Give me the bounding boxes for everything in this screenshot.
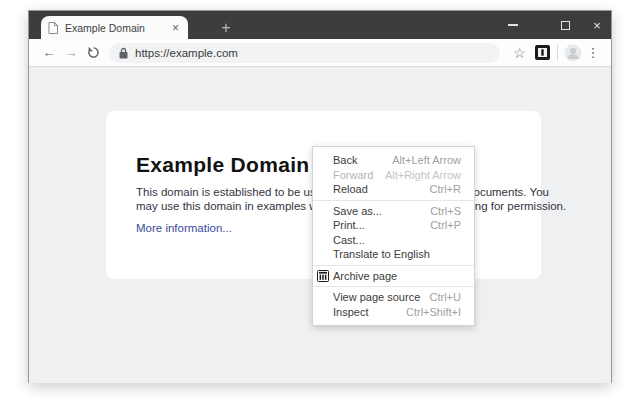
back-icon: ←	[43, 45, 56, 60]
menu-item-back[interactable]: Back Alt+Left Arrow	[313, 153, 474, 168]
maximize-icon	[561, 21, 570, 30]
page-favicon-icon	[48, 22, 58, 34]
browser-menu-button[interactable]: ⋮	[584, 41, 602, 65]
profile-button[interactable]	[561, 41, 584, 65]
menu-item-label: Archive page	[333, 270, 397, 282]
page-title: Example Domain	[136, 153, 309, 177]
lock-icon[interactable]	[119, 47, 128, 59]
address-bar[interactable]: https://example.com	[109, 43, 500, 63]
window-close-button[interactable]: ×	[585, 11, 609, 39]
menu-item-shortcut: Ctrl+U	[430, 291, 461, 303]
menu-item-label: Inspect	[333, 306, 368, 318]
menu-item-shortcut: Alt+Left Arrow	[392, 154, 461, 166]
reload-icon	[87, 46, 100, 59]
back-button[interactable]: ←	[38, 41, 60, 65]
menu-item-archive-page[interactable]: Archive page	[313, 269, 474, 284]
menu-item-shortcut: Ctrl+R	[430, 183, 461, 195]
reload-button[interactable]	[82, 41, 104, 65]
window-minimize-button[interactable]	[501, 11, 525, 39]
tab-title: Example Domain	[65, 22, 170, 34]
menu-item-translate[interactable]: Translate to English	[313, 247, 474, 262]
new-tab-button[interactable]: +	[213, 16, 239, 39]
archive-extension-icon	[535, 45, 550, 60]
title-bar: Example Domain × + ×	[29, 11, 611, 39]
context-menu: Back Alt+Left Arrow Forward Alt+Right Ar…	[312, 146, 475, 326]
menu-separator	[313, 286, 474, 287]
menu-item-shortcut: Alt+Right Arrow	[385, 169, 461, 181]
menu-item-shortcut: Ctrl+P	[430, 219, 461, 231]
menu-separator	[313, 265, 474, 266]
menu-item-label: View page source	[333, 291, 420, 303]
menu-item-label: Cast...	[333, 234, 365, 246]
minimize-icon	[508, 24, 518, 26]
menu-item-inspect[interactable]: Inspect Ctrl+Shift+I	[313, 305, 474, 320]
menu-item-cast[interactable]: Cast...	[313, 233, 474, 248]
menu-item-label: Reload	[333, 183, 368, 195]
menu-item-label: Back	[333, 154, 357, 166]
browser-toolbar: ← → https://example.com ☆	[29, 39, 611, 67]
menu-separator	[313, 200, 474, 201]
menu-item-reload[interactable]: Reload Ctrl+R	[313, 182, 474, 197]
menu-item-label: Forward	[333, 169, 373, 181]
more-information-link[interactable]: More information...	[136, 222, 232, 234]
forward-button[interactable]: →	[60, 41, 82, 65]
tab-close-icon[interactable]: ×	[170, 22, 181, 34]
star-icon: ☆	[513, 45, 526, 61]
menu-item-label: Print...	[333, 219, 365, 231]
menu-item-label: Save as...	[333, 205, 382, 217]
menu-item-forward: Forward Alt+Right Arrow	[313, 168, 474, 183]
profile-avatar-icon	[564, 44, 582, 62]
three-dot-menu-icon: ⋮	[587, 45, 600, 60]
menu-item-label: Translate to English	[333, 248, 430, 260]
menu-item-view-page-source[interactable]: View page source Ctrl+U	[313, 290, 474, 305]
close-icon: ×	[593, 19, 601, 32]
bookmark-button[interactable]: ☆	[508, 41, 531, 65]
archive-icon	[317, 270, 329, 282]
window-maximize-button[interactable]	[553, 11, 577, 39]
browser-tab[interactable]: Example Domain ×	[41, 16, 188, 39]
toolbar-divider	[557, 45, 558, 61]
menu-item-shortcut: Ctrl+Shift+I	[406, 306, 461, 318]
browser-window: Example Domain × + × ← →	[28, 10, 612, 383]
menu-item-save-as[interactable]: Save as... Ctrl+S	[313, 204, 474, 219]
menu-item-print[interactable]: Print... Ctrl+P	[313, 218, 474, 233]
menu-item-shortcut: Ctrl+S	[430, 205, 461, 217]
url-text: https://example.com	[135, 47, 238, 59]
archive-extension-button[interactable]	[531, 41, 554, 65]
forward-icon: →	[65, 45, 78, 60]
